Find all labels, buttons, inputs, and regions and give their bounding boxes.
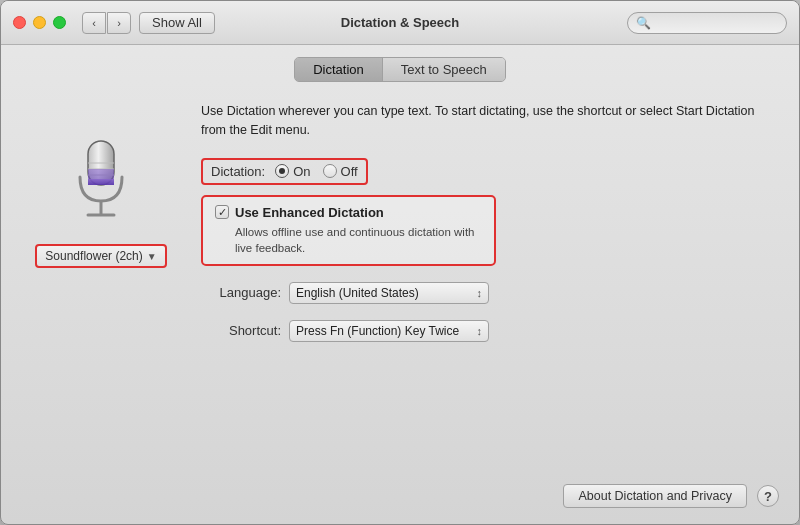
forward-button[interactable]: ›	[107, 12, 131, 34]
back-button[interactable]: ‹	[82, 12, 106, 34]
right-panel: Use Dictation wherever you can type text…	[201, 98, 779, 508]
enhanced-label: Use Enhanced Dictation	[235, 205, 384, 220]
window-title: Dictation & Speech	[341, 15, 459, 30]
tab-container: Dictation Text to Speech	[294, 57, 506, 82]
enhanced-row: ✓ Use Enhanced Dictation	[215, 205, 482, 220]
soundflower-label: Soundflower (2ch)	[45, 249, 142, 263]
shortcut-value: Press Fn (Function) Key Twice	[296, 324, 469, 338]
left-panel: Soundflower (2ch) ▼	[21, 98, 181, 508]
search-icon: 🔍	[636, 16, 651, 30]
close-button[interactable]	[13, 16, 26, 29]
help-button[interactable]: ?	[757, 485, 779, 507]
dropdown-arrow-icon: ▼	[147, 251, 157, 262]
radio-on-dot	[279, 168, 285, 174]
checkmark-icon: ✓	[218, 207, 227, 218]
radio-off-label: Off	[341, 164, 358, 179]
radio-on-label: On	[293, 164, 310, 179]
microphone-icon	[66, 133, 136, 223]
language-select[interactable]: English (United States) ↕	[289, 282, 489, 304]
shortcut-arrows-icon: ↕	[477, 325, 483, 337]
dictation-on-off-row: Dictation: On Off	[201, 158, 368, 185]
shortcut-label: Shortcut:	[201, 323, 281, 338]
search-input[interactable]	[656, 16, 778, 30]
main-panel: Soundflower (2ch) ▼ Use Dictation wherev…	[21, 98, 779, 508]
main-window: ‹ › Show All Dictation & Speech 🔍 Dictat…	[0, 0, 800, 525]
traffic-lights	[13, 16, 66, 29]
content-area: Dictation Text to Speech	[1, 45, 799, 524]
radio-off-circle[interactable]	[323, 164, 337, 178]
soundflower-dropdown[interactable]: Soundflower (2ch) ▼	[35, 244, 166, 268]
radio-on-circle[interactable]	[275, 164, 289, 178]
language-label: Language:	[201, 285, 281, 300]
tab-text-to-speech[interactable]: Text to Speech	[383, 58, 505, 81]
tab-bar: Dictation Text to Speech	[21, 57, 779, 82]
enhanced-desc: Allows offline use and continuous dictat…	[215, 224, 482, 256]
radio-group: On Off	[275, 164, 357, 179]
enhanced-checkbox[interactable]: ✓	[215, 205, 229, 219]
mic-icon-wrapper	[61, 128, 141, 228]
nav-buttons: ‹ ›	[82, 12, 131, 34]
search-box[interactable]: 🔍	[627, 12, 787, 34]
enhanced-dictation-box: ✓ Use Enhanced Dictation Allows offline …	[201, 195, 496, 266]
title-bar: ‹ › Show All Dictation & Speech 🔍	[1, 1, 799, 45]
bottom-row: About Dictation and Privacy ?	[201, 472, 779, 508]
dictation-field-label: Dictation:	[211, 164, 265, 179]
radio-off-option[interactable]: Off	[323, 164, 358, 179]
shortcut-select[interactable]: Press Fn (Function) Key Twice ↕	[289, 320, 489, 342]
svg-rect-5	[88, 179, 114, 185]
tab-dictation[interactable]: Dictation	[295, 58, 383, 81]
shortcut-row: Shortcut: Press Fn (Function) Key Twice …	[201, 320, 779, 342]
about-dictation-button[interactable]: About Dictation and Privacy	[563, 484, 747, 508]
show-all-button[interactable]: Show All	[139, 12, 215, 34]
maximize-button[interactable]	[53, 16, 66, 29]
minimize-button[interactable]	[33, 16, 46, 29]
select-arrows-icon: ↕	[477, 287, 483, 299]
description-text: Use Dictation wherever you can type text…	[201, 98, 779, 148]
language-row: Language: English (United States) ↕	[201, 282, 779, 304]
radio-on-option[interactable]: On	[275, 164, 310, 179]
language-value: English (United States)	[296, 286, 469, 300]
